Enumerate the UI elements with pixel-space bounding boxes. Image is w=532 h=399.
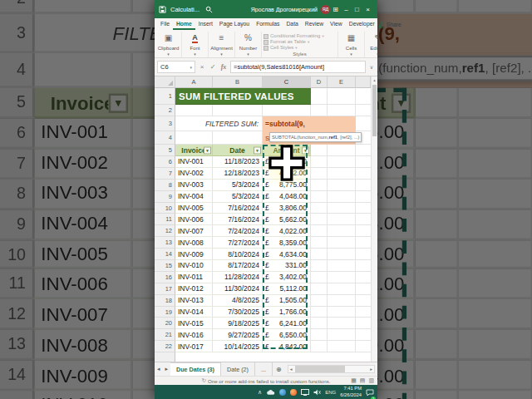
empty-cell[interactable] (311, 329, 328, 341)
date-cell[interactable]: 11/28/2024 (213, 272, 263, 283)
row-header[interactable] (155, 352, 175, 362)
invoice-cell[interactable]: INV-013 (175, 295, 213, 307)
date-cell[interactable]: 9/18/2025 (213, 318, 263, 329)
view-normal-icon[interactable]: ▦ (351, 377, 357, 384)
amount-cell[interactable]: £4,842.00 (263, 341, 311, 352)
empty-cell[interactable] (213, 105, 263, 116)
empty-cell[interactable] (328, 191, 356, 203)
invoice-cell[interactable]: INV-009 (175, 249, 213, 260)
empty-cell[interactable] (311, 203, 328, 214)
empty-cell[interactable] (328, 88, 356, 105)
row-header[interactable]: 14 (155, 249, 175, 260)
amount-cell[interactable]: £5,662.00 (263, 214, 311, 225)
invoice-cell[interactable]: INV-010 (175, 260, 213, 272)
empty-cell[interactable] (328, 318, 356, 329)
empty-cell[interactable] (328, 156, 356, 168)
row-header[interactable]: 3 (155, 116, 175, 131)
empty-cell[interactable] (311, 341, 328, 352)
empty-cell[interactable] (328, 203, 356, 214)
app-icon[interactable] (290, 389, 297, 396)
speaker-icon[interactable] (313, 389, 321, 396)
view-break-icon[interactable]: ▥ (368, 377, 374, 384)
horizontal-scrollbar[interactable]: ◂ ▸ (288, 365, 375, 373)
column-header-a[interactable]: A (175, 76, 213, 88)
date-cell[interactable]: 5/3/2024 (213, 180, 263, 191)
close-icon[interactable]: × (362, 6, 373, 13)
filter-icon[interactable]: ▾ (302, 146, 309, 154)
scroll-up-icon[interactable]: ▴ (372, 76, 377, 83)
empty-cell[interactable] (311, 249, 328, 260)
invoice-cell[interactable]: INV-011 (175, 272, 213, 283)
ribbon-button-conditional-formatting[interactable]: Conditional Formatting▾ (264, 33, 336, 39)
hscroll-thumb[interactable] (295, 366, 345, 372)
row-header[interactable]: 4 (155, 131, 175, 145)
date-cell[interactable]: 5/3/2024 (213, 191, 263, 203)
empty-cell[interactable] (311, 272, 328, 283)
date-cell[interactable]: 4/8/2025 (213, 295, 263, 307)
ribbon-tab-formulas[interactable]: Formulas (253, 19, 283, 30)
row-header[interactable]: 12 (155, 225, 175, 237)
row-header[interactable]: 22 (155, 341, 175, 352)
date-cell[interactable]: 7/30/2025 (213, 307, 263, 318)
display-icon[interactable] (301, 389, 309, 396)
sheet-tab-due-dates-3-[interactable]: Due Dates (3) (170, 362, 221, 376)
invoice-cell[interactable]: INV-016 (175, 329, 213, 341)
date-cell[interactable]: 12/18/2023 (213, 168, 263, 180)
empty-cell[interactable] (311, 318, 328, 329)
date-cell[interactable]: 10/14/2025 (213, 341, 263, 352)
sheet-nav-left-icon[interactable]: ◂ (155, 362, 163, 376)
empty-cell[interactable] (328, 272, 356, 283)
row-header[interactable]: 17 (155, 283, 175, 295)
empty-cell[interactable] (328, 329, 356, 341)
user-name[interactable]: Ярослав Дрогомирецкий (251, 7, 318, 12)
amount-cell[interactable]: £5.00 (263, 156, 311, 168)
empty-cell[interactable] (311, 237, 328, 249)
row-header[interactable]: 2 (155, 105, 175, 116)
empty-cell[interactable] (328, 307, 356, 318)
table-header-date[interactable]: Date ▾ (213, 145, 263, 156)
empty-cell[interactable] (328, 341, 356, 352)
search-icon[interactable] (205, 6, 213, 13)
action-center-icon[interactable]: 1 (366, 385, 374, 399)
filter-icon[interactable]: ▾ (254, 146, 261, 154)
table-header-amount[interactable]: Amount ▾ (263, 145, 311, 156)
row-header[interactable]: 21 (155, 329, 175, 341)
empty-cell[interactable] (311, 105, 328, 116)
row-header[interactable]: 18 (155, 295, 175, 307)
amount-cell[interactable]: £4,152.00 (263, 168, 311, 180)
date-cell[interactable]: 7/16/2024 (213, 214, 263, 225)
invoice-cell[interactable]: INV-003 (175, 180, 213, 191)
empty-cell[interactable] (328, 180, 356, 191)
table-header-invoice[interactable]: Invoice ▾ (175, 145, 213, 156)
empty-cell[interactable] (175, 105, 213, 116)
ribbon-tab-view[interactable]: View (327, 19, 346, 30)
invoice-cell[interactable]: INV-008 (175, 237, 213, 249)
amount-cell[interactable]: £3,402.00 (263, 272, 311, 283)
empty-cell[interactable] (328, 105, 356, 116)
empty-cell[interactable] (328, 295, 356, 307)
tray-chevron-icon[interactable]: ∧ (258, 389, 262, 395)
row-header[interactable]: 16 (155, 272, 175, 283)
formula-input[interactable]: =subtotal(9,Sales81016[Amount] (230, 61, 366, 73)
row-header[interactable]: 6 (155, 156, 175, 168)
row-header[interactable]: 8 (155, 180, 175, 191)
empty-cell[interactable] (175, 131, 213, 145)
enter-icon[interactable]: ✓ (209, 63, 217, 71)
sheet-tab--[interactable]: ... (255, 362, 273, 376)
maximize-icon[interactable]: □ (352, 6, 362, 13)
ribbon-group-number[interactable]: %Number▾ (235, 32, 262, 57)
invoice-cell[interactable]: INV-015 (175, 318, 213, 329)
language-indicator[interactable]: ENG (325, 390, 336, 395)
empty-cell[interactable] (311, 168, 328, 180)
add-sheet-icon[interactable]: ⊕ (273, 362, 285, 376)
ribbon-tab-insert[interactable]: Insert (195, 19, 216, 30)
ribbon-group-editing[interactable]: ✎Editing▾ (365, 32, 377, 57)
row-header[interactable]: 5 (155, 145, 175, 156)
sheet-nav-right-icon[interactable]: ▸ (163, 362, 171, 376)
invoice-cell[interactable]: INV-004 (175, 191, 213, 203)
vertical-scrollbar[interactable]: ▴ (371, 76, 377, 362)
date-cell[interactable]: 7/16/2024 (213, 203, 263, 214)
cancel-icon[interactable]: × (198, 63, 206, 71)
empty-cell[interactable] (311, 283, 328, 295)
row-header[interactable]: 20 (155, 318, 175, 329)
